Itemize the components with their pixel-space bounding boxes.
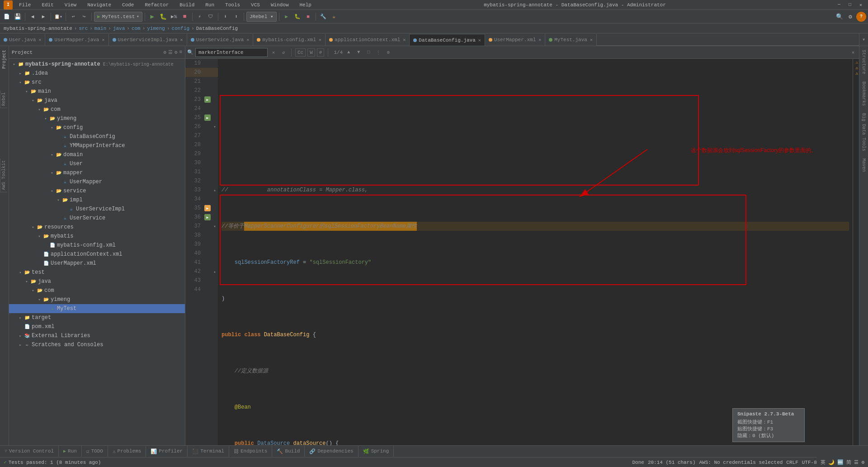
search-input[interactable] (195, 48, 268, 57)
close-btn[interactable]: ✕ (857, 1, 864, 9)
help-btn[interactable]: ? (856, 12, 866, 22)
word-btn[interactable]: W (307, 48, 315, 57)
breadcrumb-yimeng[interactable]: yimeng (147, 26, 165, 31)
project-settings-btn[interactable]: ⚙ (175, 49, 178, 55)
menu-item-navigate[interactable]: Navigate (85, 1, 114, 9)
cursor-position[interactable]: 20:14 (51 chars) (648, 460, 696, 465)
undo-btn[interactable]: ↩ (68, 12, 78, 22)
run-btn[interactable]: ▶ (147, 12, 157, 22)
tab-endpoints[interactable]: ⛓ Endpoints (229, 446, 272, 457)
stop-btn[interactable]: ■ (180, 12, 190, 22)
refresh-search-btn[interactable]: ↺ (279, 48, 288, 57)
menu-item-window[interactable]: Window (268, 1, 292, 9)
tree-yimeng[interactable]: ▾ 📂 yimeng (9, 114, 185, 123)
run-with-coverage-btn[interactable]: ▶% (169, 12, 179, 22)
menu-item-file[interactable]: File (16, 1, 33, 9)
project-layout-btn[interactable]: ☰ (168, 49, 173, 55)
tab-userserviceimpl[interactable]: UserServiceImpl.java ✕ (109, 34, 187, 46)
close-search-btn[interactable]: ✕ (849, 48, 857, 57)
coverage-btn[interactable]: 🛡 (206, 12, 216, 22)
tab-mytest[interactable]: MyTest.java ✕ (545, 34, 597, 46)
tree-mytest[interactable]: ▸ ☕ MyTest (9, 304, 185, 313)
recent-files-btn[interactable]: 📋▾ (53, 12, 63, 22)
encoding[interactable]: UTF-8 (802, 460, 817, 465)
breadcrumb-java[interactable]: java (113, 26, 125, 31)
close-icon[interactable]: ✕ (38, 37, 41, 43)
tab-todo[interactable]: ☑ TODO (82, 446, 108, 457)
tree-user[interactable]: ▸ ☕ User (9, 159, 185, 168)
breadcrumb-com[interactable]: com (132, 26, 141, 31)
tree-databaseconfig[interactable]: ▸ ☕ DataBaseConfig (9, 132, 185, 141)
redo-btn[interactable]: ↪ (79, 12, 89, 22)
rebel-label[interactable]: Rebel (0, 91, 7, 108)
menu-item-build[interactable]: Build (177, 1, 197, 9)
minimize-btn[interactable]: ─ (835, 1, 843, 9)
line-ending[interactable]: CRLF (786, 460, 798, 465)
regex-btn[interactable]: # (317, 48, 325, 57)
filter-btn[interactable]: ⋮ (374, 48, 382, 57)
tree-service[interactable]: ▾ 📂 service (9, 186, 185, 195)
search-options-btn[interactable]: ⚙ (384, 48, 392, 57)
window-controls[interactable]: ─ □ ✕ (835, 1, 864, 9)
tree-pom[interactable]: ▸ 📄 pom.xml (9, 322, 185, 331)
menu-item-edit[interactable]: Edit (39, 1, 56, 9)
tree-main[interactable]: ▾ 📂 main (9, 87, 185, 96)
save-btn[interactable]: 💾 (13, 12, 23, 22)
tree-mybatis-folder[interactable]: ▾ 📂 mybatis (9, 232, 185, 241)
tree-src[interactable]: ▾ 📂 src (9, 78, 185, 87)
new-file-btn[interactable]: 📄 (2, 12, 12, 22)
project-collapse-btn[interactable]: ≡ (179, 49, 182, 55)
aws-status[interactable]: AWS: No credentials selected (699, 460, 783, 465)
tab-version-control[interactable]: ⑂ Version Control (0, 446, 59, 457)
tree-userservice[interactable]: ▸ ☕ UserService (9, 214, 185, 223)
tree-resources[interactable]: ▾ 📂 resources (9, 223, 185, 232)
git-push-btn[interactable]: ⬆ (231, 12, 241, 22)
profile-btn[interactable]: ⚡ (195, 12, 205, 22)
tree-test-yimeng[interactable]: ▾ 📂 yimeng (9, 295, 185, 304)
tab-appcontext[interactable]: applicationContext.xml ✕ (326, 34, 410, 46)
tree-impl[interactable]: ▾ 📂 impl (9, 195, 185, 205)
big-data-label[interactable]: Big Data Tools (860, 110, 867, 155)
close-icon[interactable]: ✕ (538, 37, 541, 43)
aws-toolkit-label[interactable]: AWS Toolkit (0, 158, 7, 192)
tree-test[interactable]: ▾ 📂 test (9, 268, 185, 277)
tab-problems[interactable]: ⚠ Problems (108, 446, 146, 457)
close-icon[interactable]: ✕ (246, 37, 249, 43)
clear-search-btn[interactable]: ✕ (269, 48, 278, 57)
ime-icon2[interactable]: 🔤 (837, 459, 844, 465)
tree-usermapper[interactable]: ▸ ☕ UserMapper (9, 177, 185, 186)
ime-chinese[interactable]: 简 (846, 459, 851, 466)
menu-item-vcs[interactable]: VCS (248, 1, 263, 9)
ime-english[interactable]: 英 (821, 459, 826, 466)
project-label[interactable]: Project (1, 46, 8, 72)
tree-test-com[interactable]: ▾ 📂 com (9, 286, 185, 295)
code-content[interactable]: 这个数据源会放到sqlSessionFactory的参数里面的。 // anno… (218, 59, 853, 445)
breadcrumb-src[interactable]: src (79, 26, 88, 31)
jrebel-debug-btn[interactable]: 🐛 (292, 12, 302, 22)
menu-item-view[interactable]: View (62, 1, 79, 9)
structure-label[interactable]: Structure (860, 46, 867, 78)
forward-btn[interactable]: ▶ (38, 12, 48, 22)
breadcrumb-file[interactable]: DataBaseConfig (196, 26, 238, 31)
tab-user-java[interactable]: User.java ✕ (0, 34, 45, 46)
prev-match-btn[interactable]: ▲ (344, 48, 353, 57)
ime-icon1[interactable]: 🌙 (828, 459, 835, 465)
tree-domain[interactable]: ▾ 📂 domain (9, 150, 185, 159)
tab-dependencies[interactable]: 🔗 Dependencies (305, 446, 358, 457)
settings-tray[interactable]: ⚙ (861, 459, 864, 465)
git-update-btn[interactable]: ⬇ (221, 12, 231, 22)
debug-btn[interactable]: 🐛 (158, 12, 168, 22)
close-icon[interactable]: ✕ (319, 37, 321, 43)
back-btn[interactable]: ◀ (28, 12, 38, 22)
maximize-btn[interactable]: □ (846, 1, 854, 9)
tree-test-java[interactable]: ▾ 📂 java (9, 277, 185, 286)
close-icon[interactable]: ✕ (403, 37, 406, 43)
tab-usermapper-xml[interactable]: UserMapper.xml ✕ (485, 34, 545, 46)
tab-terminal[interactable]: ⬛ Terminal (188, 446, 229, 457)
tab-run[interactable]: ▶ Run (59, 446, 82, 457)
tree-usermapper-xml[interactable]: ▸ 📄 UserMapper.xml (9, 259, 185, 268)
close-icon[interactable]: ✕ (102, 37, 104, 43)
menu-item-run[interactable]: Run (203, 1, 217, 9)
jrebel-run-btn[interactable]: ▶ (282, 12, 292, 22)
case-btn[interactable]: Cc (295, 48, 306, 57)
